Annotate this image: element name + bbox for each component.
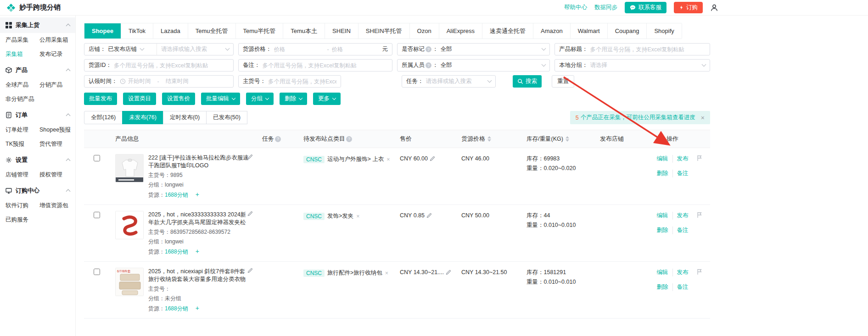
user-account-icon[interactable] <box>710 4 718 12</box>
edit-link[interactable]: 编辑 <box>657 212 668 220</box>
shop-select[interactable]: 店铺： 已发布店铺 <box>89 44 157 55</box>
flag-icon[interactable] <box>696 212 710 218</box>
product-title-input[interactable] <box>590 46 706 53</box>
add-source-button[interactable]: + <box>196 248 199 255</box>
edit-price-icon[interactable] <box>430 156 435 161</box>
close-icon[interactable]: × <box>701 114 705 121</box>
set-price-button[interactable]: 设置售价 <box>162 93 195 105</box>
tab-temu-semi[interactable]: Temu半托管 <box>235 23 283 39</box>
sort-icon[interactable] <box>487 136 491 142</box>
sidebar-item-forwarder-management[interactable]: 货代管理 <box>39 137 75 151</box>
set-category-button[interactable]: 设置类目 <box>123 93 156 105</box>
sidebar-item-tk-forecast[interactable]: TK预报 <box>6 137 39 151</box>
remove-category-icon[interactable]: × <box>356 213 359 220</box>
sidebar-item-authorization-management[interactable]: 授权管理 <box>39 168 75 182</box>
sidebar-item-shopee-forecast[interactable]: Shopee预报 <box>39 123 75 137</box>
add-source-button[interactable]: + <box>196 191 199 198</box>
tab-tiktok[interactable]: TikTok <box>121 23 153 39</box>
edit-title-icon[interactable] <box>247 268 253 273</box>
tab-walmart[interactable]: Walmart <box>570 23 607 39</box>
tab-ozon[interactable]: Ozon <box>409 23 439 39</box>
tab-temu-full[interactable]: Temu全托管 <box>188 23 235 39</box>
tab-coupang[interactable]: Coupang <box>607 23 647 39</box>
source-link[interactable]: 1688分销 <box>165 305 188 312</box>
delete-dropdown[interactable]: 删除 <box>280 93 307 105</box>
local-group-filter[interactable]: 本地分组： 请选择 <box>554 59 710 72</box>
sidebar-section-settings[interactable]: 设置 <box>0 152 75 168</box>
delete-link[interactable]: 删除 <box>657 170 668 177</box>
sidebar-item-resource-pack[interactable]: 增值资源包 <box>39 198 75 213</box>
delete-link[interactable]: 删除 <box>657 283 668 291</box>
help-center-link[interactable]: 帮助中心 <box>564 4 587 11</box>
sidebar-item-product-collect[interactable]: 产品采集 <box>6 33 39 47</box>
edit-price-icon[interactable] <box>426 213 432 218</box>
edit-title-icon[interactable] <box>247 211 253 216</box>
edit-title-icon[interactable] <box>247 154 253 160</box>
tab-lazada[interactable]: Lazada <box>153 23 188 39</box>
tab-aliexpress[interactable]: AliExpress <box>439 23 482 39</box>
sidebar-item-distribution-products[interactable]: 分销产品 <box>39 78 75 92</box>
claim-time-filter[interactable]: 认领时间： 开始时间 - 结束时间 <box>84 75 234 88</box>
data-sync-link[interactable]: 数据同步 <box>594 4 617 11</box>
price-max-input[interactable] <box>332 46 382 53</box>
flag-icon[interactable] <box>696 155 710 161</box>
add-source-button[interactable]: + <box>196 304 199 312</box>
note-link[interactable]: 备注 <box>672 170 689 177</box>
product-image[interactable]: 6/7/8件套 <box>115 268 144 296</box>
start-time-placeholder[interactable]: 开始时间 <box>128 77 151 85</box>
remove-category-icon[interactable]: × <box>386 156 390 163</box>
row-checkbox[interactable] <box>94 212 100 218</box>
group-dropdown[interactable]: 分组 <box>246 93 274 105</box>
reset-button[interactable]: 重置 <box>552 75 574 88</box>
shop-search-select[interactable]: 请选择或输入搜索 <box>157 44 229 55</box>
sidebar-section-orders[interactable]: 订单 <box>0 107 75 123</box>
edit-link[interactable]: 编辑 <box>657 155 668 163</box>
tab-shein-semi[interactable]: SHEIN半托管 <box>358 23 409 39</box>
sort-icon[interactable] <box>566 136 569 142</box>
sidebar-item-non-distribution-products[interactable]: 非分销产品 <box>6 92 39 106</box>
sidebar-item-purchased-services[interactable]: 已购服务 <box>6 213 39 227</box>
note-link[interactable]: 备注 <box>672 226 689 234</box>
tab-shopify[interactable]: Shopify <box>646 23 681 39</box>
remove-category-icon[interactable]: × <box>385 270 388 276</box>
note-input[interactable] <box>263 62 388 69</box>
sidebar-item-store-management[interactable]: 店铺管理 <box>6 168 39 182</box>
status-tab-all[interactable]: 全部(126) <box>84 111 123 124</box>
publish-link[interactable]: 发布 <box>672 212 689 220</box>
source-id-input[interactable] <box>114 62 229 69</box>
flag-icon[interactable] <box>696 269 710 275</box>
end-time-placeholder[interactable]: 结束时间 <box>166 77 189 85</box>
sidebar-item-global-products[interactable]: 全球产品 <box>6 78 39 92</box>
row-checkbox[interactable] <box>94 155 100 161</box>
tab-aliexpress-full[interactable]: 速卖通全托管 <box>482 23 533 39</box>
status-tab-unpublished[interactable]: 未发布(76) <box>122 111 163 124</box>
owner-filter[interactable]: 所属人员 ? ： 全部 <box>397 59 550 72</box>
product-image[interactable] <box>115 211 144 239</box>
search-button[interactable]: 搜索 <box>513 75 542 88</box>
sidebar-item-collect-box[interactable]: 采集箱 <box>6 47 39 61</box>
help-icon[interactable]: ? <box>346 136 352 142</box>
source-link[interactable]: 1688分销 <box>165 248 188 255</box>
price-min-input[interactable] <box>274 46 325 53</box>
status-tab-published[interactable]: 已发布(50) <box>206 111 247 124</box>
batch-edit-dropdown[interactable]: 批量编辑 <box>201 93 240 105</box>
publish-link[interactable]: 发布 <box>672 155 689 163</box>
sidebar-item-software-subscription[interactable]: 软件订购 <box>6 198 39 213</box>
sidebar-item-public-collect-box[interactable]: 公用采集箱 <box>39 33 75 47</box>
task-filter[interactable]: 任务： 请选择或输入搜索 <box>402 75 496 88</box>
contact-support-button[interactable]: 联系客服 <box>625 2 666 13</box>
publish-link[interactable]: 发布 <box>672 269 689 276</box>
delete-link[interactable]: 删除 <box>657 226 668 234</box>
status-tab-scheduled[interactable]: 定时发布(0) <box>163 111 207 124</box>
sidebar-section-order-center[interactable]: 订购中心 <box>0 183 75 198</box>
row-checkbox[interactable] <box>94 269 100 275</box>
marked-filter[interactable]: 是否标记 ? ： 全部 <box>397 43 550 55</box>
more-dropdown[interactable]: 更多 <box>313 93 341 105</box>
product-image[interactable] <box>115 154 144 182</box>
sidebar-section-products[interactable]: 产品 <box>0 62 75 78</box>
sidebar-item-publish-records[interactable]: 发布记录 <box>39 47 75 61</box>
edit-link[interactable]: 编辑 <box>657 269 668 276</box>
edit-price-icon[interactable] <box>446 270 451 275</box>
sidebar-section-collect[interactable]: 采集上货 <box>0 17 75 33</box>
tab-shopee[interactable]: Shopee <box>84 23 121 39</box>
